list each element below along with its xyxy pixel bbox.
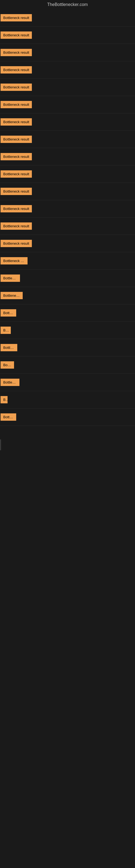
bottleneck-row: Bottleneck result bbox=[0, 27, 135, 44]
bottleneck-row: Bottleneck result bbox=[0, 148, 135, 165]
bottleneck-row: Bo bbox=[0, 391, 135, 408]
bottleneck-result-button[interactable]: Bottleneck result bbox=[1, 153, 32, 160]
bottleneck-result-button[interactable]: Bottleneck result bbox=[1, 240, 32, 247]
bottleneck-row: Bottleneck result bbox=[0, 44, 135, 61]
bottleneck-result-button[interactable]: Bottleneck result bbox=[1, 31, 32, 39]
bottleneck-result-button[interactable]: Bottlen bbox=[1, 309, 16, 316]
bottleneck-row: Bottleneck result bbox=[0, 131, 135, 148]
bottleneck-result-button[interactable]: Bottleneck result bbox=[1, 170, 32, 178]
bottleneck-result-button[interactable]: Bottleneck result bbox=[1, 14, 32, 22]
bottleneck-row: Bottleneck result bbox=[0, 79, 135, 96]
bottleneck-row: Bott bbox=[0, 322, 135, 339]
bottleneck-result-button[interactable]: Bottleneck result bbox=[1, 49, 32, 56]
bottleneck-row: Bottleneck res bbox=[0, 252, 135, 270]
site-title: TheBottlenecker.com bbox=[0, 0, 135, 9]
bottleneck-row: Bottleneck result bbox=[0, 218, 135, 235]
bottleneck-row: Bottlens bbox=[0, 339, 135, 356]
bottleneck-result-button[interactable]: Bottlenec bbox=[1, 275, 20, 282]
bottleneck-row: Bottleneck result bbox=[0, 183, 135, 200]
bottleneck-result-button[interactable]: Bottleneck result bbox=[1, 84, 32, 91]
bottleneck-row: Bottleneck result bbox=[0, 9, 135, 27]
bottleneck-row: Bottleneck result bbox=[0, 200, 135, 218]
bottleneck-result-button[interactable]: Bottleneck result bbox=[1, 222, 32, 230]
bottleneck-result-button[interactable]: Bottleneck result bbox=[1, 118, 32, 126]
bottleneck-result-button[interactable]: Bottleneck result bbox=[1, 188, 32, 195]
bottleneck-result-button[interactable]: Bottlen bbox=[1, 413, 16, 421]
bottleneck-row: Bottleneck result bbox=[0, 96, 135, 113]
bottleneck-row: Bottleneck result bbox=[0, 113, 135, 131]
bottleneck-row: Bottlen bbox=[0, 304, 135, 322]
bottleneck-row: Bottleneck result bbox=[0, 165, 135, 183]
bottleneck-result-button[interactable]: Bottlens bbox=[1, 344, 17, 351]
bottleneck-result-button[interactable]: Bottleneck result bbox=[1, 101, 32, 108]
bottleneck-result-button[interactable]: Bottleneck result bbox=[1, 205, 32, 212]
bottleneck-row: Bottlenec bbox=[0, 374, 135, 391]
bottleneck-result-button[interactable]: Bottleneck r bbox=[1, 292, 23, 299]
bottleneck-result-button[interactable]: Bottlenec bbox=[1, 379, 19, 386]
bottleneck-row: Bottleneck result bbox=[0, 235, 135, 252]
bottleneck-row: Bottle bbox=[0, 356, 135, 374]
bottleneck-result-button[interactable]: Bottleneck result bbox=[1, 66, 32, 73]
bottleneck-result-button[interactable]: Bottle bbox=[1, 361, 14, 369]
bottleneck-result-button[interactable]: Bottleneck res bbox=[1, 257, 28, 265]
bottleneck-row: Bottlenec bbox=[0, 270, 135, 287]
bottleneck-row: Bottlen bbox=[0, 408, 135, 426]
bottleneck-result-button[interactable]: Bo bbox=[1, 396, 8, 403]
bottleneck-result-button[interactable]: Bott bbox=[1, 327, 11, 334]
bottleneck-row: Bottleneck result bbox=[0, 61, 135, 79]
bottleneck-row: Bottleneck r bbox=[0, 287, 135, 304]
bottleneck-result-button[interactable]: Bottleneck result bbox=[1, 135, 32, 143]
